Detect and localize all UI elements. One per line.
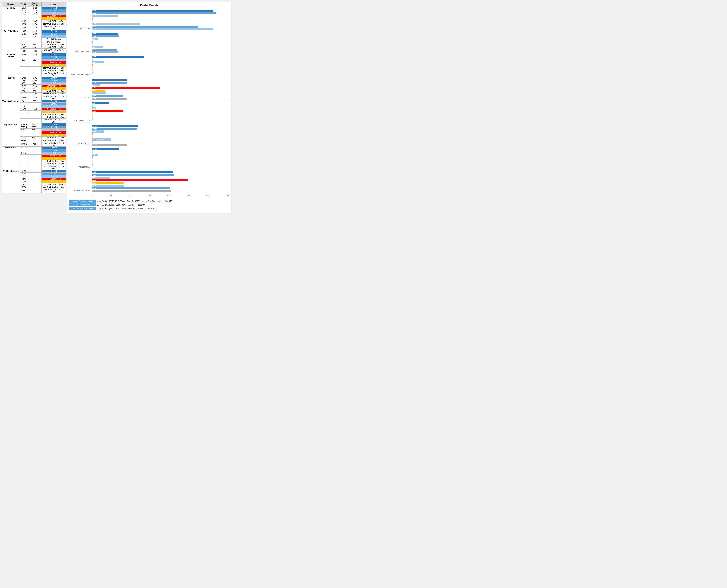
bar-label-3-3: 3451 bbox=[92, 87, 96, 89]
bar-fill-5-0: 2338,7 bbox=[92, 125, 138, 127]
bar-fill-1-7: 1336 bbox=[92, 51, 118, 54]
system-cell: Core i5 bbox=[41, 149, 66, 152]
bar-fill-3-2: 424 bbox=[92, 84, 100, 86]
bar-label-3-7: 1778 bbox=[92, 98, 96, 100]
bar-label-6-0: 1355,7 bbox=[92, 148, 97, 150]
system-cell: Ryzen 5 3500U bbox=[41, 87, 66, 90]
bar-fill-3-1: 1793 bbox=[92, 82, 127, 84]
x-axis-tick: 0 bbox=[92, 195, 93, 196]
grafik-cell bbox=[28, 186, 41, 188]
grafik-cell bbox=[28, 64, 41, 67]
x-axis-tick: 3000 bbox=[148, 195, 151, 196]
group-bars-1: 1318136929556912611336 bbox=[92, 33, 230, 54]
bar-fill-0-2: 1315 bbox=[92, 15, 118, 17]
grafik-cell: 1793 bbox=[28, 79, 41, 82]
bar-fill-7-6: 3996 bbox=[92, 187, 170, 189]
grafik-cell bbox=[28, 149, 41, 152]
system-cell: acer Swift 3 iGPU 96 Eus bbox=[41, 69, 66, 72]
punkte-cell: 1620 bbox=[20, 183, 28, 186]
bar-fill-1-2: 295 bbox=[92, 38, 98, 40]
bar-zero-4-5 bbox=[92, 115, 92, 118]
punkte-cell bbox=[20, 163, 28, 165]
punkte-cell: 2628 bbox=[20, 54, 28, 56]
punkte-cell bbox=[20, 160, 28, 163]
grafik-cell bbox=[28, 116, 41, 119]
bar-label-0-7: 6169 bbox=[92, 28, 96, 30]
bar-row-6-1 bbox=[92, 151, 230, 153]
grafik-cell: 3451 bbox=[28, 85, 41, 87]
grafik-cell: 609,6 bbox=[28, 129, 41, 131]
section-name-1: Fire Strike Ultra bbox=[2, 30, 20, 54]
chart-group-6: WILD LIFE X101355,7321,7 bbox=[69, 147, 230, 170]
punkte-cell: 2203 bbox=[20, 20, 28, 23]
bar-row-6-6 bbox=[92, 164, 230, 166]
system-cell: UHD 630 bbox=[41, 59, 66, 61]
bar-fill-0-7: 6169 bbox=[92, 28, 213, 30]
group-label-7: WILD LIFE EXTREME bbox=[69, 189, 92, 192]
grafik-cell bbox=[28, 72, 41, 77]
grafik-cell: 611 bbox=[28, 59, 41, 61]
system-cell: acer Swift 3 Xe GPU 96 Eus bbox=[41, 165, 66, 170]
x-axis-tick: 5000 bbox=[187, 195, 190, 196]
system-cell: Core i3 RX 6400 bbox=[41, 131, 66, 134]
group-label-3: TIME SPY bbox=[69, 97, 92, 100]
punkte-cell bbox=[20, 67, 28, 69]
bar-row-2-6 bbox=[92, 71, 230, 74]
bar-row-4-5 bbox=[92, 115, 230, 118]
bar-fill-3-5: 698 bbox=[92, 92, 106, 94]
grafik-cell: 1261 bbox=[28, 46, 41, 49]
group-label-5: NIGHT RAID X 10 bbox=[69, 143, 92, 146]
bar-row-4-7 bbox=[92, 121, 230, 123]
grafik-cell bbox=[28, 165, 41, 170]
bar-fill-6-2: 321,7 bbox=[92, 153, 98, 156]
grafik-cell bbox=[28, 170, 41, 172]
grafik-cell bbox=[28, 178, 41, 181]
punkte-cell: 1212 bbox=[20, 12, 28, 15]
col-header-system: System bbox=[41, 2, 66, 7]
system-cell: Core i3 RX 6400 bbox=[41, 85, 66, 87]
bar-row-5-4 bbox=[92, 135, 230, 138]
punkte-cell: 5656 bbox=[20, 7, 28, 9]
bar-zero-6-6 bbox=[92, 164, 92, 166]
system-cell: Core i3 RX 6400 bbox=[41, 15, 66, 17]
legend-desc-0: Acer Swift 3 (SF313-52-73G5) und Core i7… bbox=[97, 200, 172, 202]
grafik-cell: 2634 bbox=[28, 54, 41, 56]
system-cell: acer Swift 3 iGPU 96 Eus bbox=[41, 46, 66, 49]
chart-group-2: FIRE STRIKE EXTREME2634611 bbox=[69, 55, 230, 78]
punkte-cell bbox=[20, 69, 28, 72]
punkte-cell bbox=[20, 116, 28, 119]
grafik-cell bbox=[28, 157, 41, 160]
grafik-cell bbox=[28, 147, 41, 149]
chart-group-4: TIME SPY EXTREME8531871600 bbox=[69, 101, 230, 124]
system-cell: Core i5 bbox=[41, 126, 66, 129]
system-cell: Core i3 RX 6400 bbox=[41, 178, 66, 181]
punkte-cell: 1355,7 bbox=[20, 147, 28, 149]
bar-row-3-4: 651 bbox=[92, 89, 230, 92]
bar-label-0-2: 1315 bbox=[92, 15, 96, 17]
chart-title: Grafik-Punkte bbox=[69, 3, 230, 7]
system-cell: UHD 630 bbox=[41, 175, 66, 178]
punkte-cell bbox=[20, 149, 28, 152]
bar-row-3-6: 1602 bbox=[92, 95, 230, 97]
grafik-cell: 698 bbox=[28, 90, 41, 92]
system-cell: acer Swift 3 iGPU 64 Eus bbox=[41, 20, 66, 23]
bar-label-2-0: 2634 bbox=[92, 56, 96, 58]
legend-row-1: acer Swift 3 iGPU 96 EusAcer Swift 3X (S… bbox=[69, 203, 230, 206]
grafik-cell bbox=[28, 56, 41, 59]
bar-label-3-4: 651 bbox=[92, 90, 95, 91]
bar-fill-3-6: 1602 bbox=[92, 95, 124, 97]
x-axis-tick: 2000 bbox=[128, 195, 132, 196]
grafik-cell: 1791,6 bbox=[28, 142, 41, 147]
punkte-cell bbox=[20, 113, 28, 116]
section-name-0: Fire Strike bbox=[2, 7, 20, 30]
bar-row-2-0: 2634 bbox=[92, 56, 230, 58]
bar-fill-7-1: 4159 bbox=[92, 174, 174, 176]
grafik-cell bbox=[28, 160, 41, 163]
section-name-6: Wild Life x10 bbox=[2, 147, 20, 170]
bar-fill-3-4: 651 bbox=[92, 89, 105, 92]
bar-zero-1-4 bbox=[92, 43, 92, 45]
punkte-cell: 1948 bbox=[20, 95, 28, 100]
punkte-cell: 321,7 bbox=[20, 152, 28, 154]
grafik-cell bbox=[28, 163, 41, 165]
legend-desc-1: Acer Swift 3X (SF314-510G-70DW) und Core… bbox=[97, 204, 145, 206]
